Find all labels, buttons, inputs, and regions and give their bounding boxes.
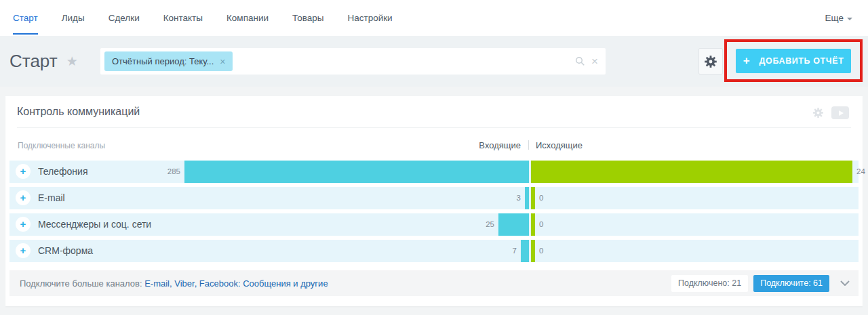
table-row-email[interactable]: + E-mail 3 0 [9,187,859,209]
outgoing-value: 24 [856,161,865,183]
outgoing-bar [531,187,535,209]
favorite-star-icon[interactable]: ★ [66,54,78,69]
highlight-annotation: + ДОБАВИТЬ ОТЧЁТ [724,39,863,82]
incoming-value: 3 [517,187,521,209]
search-icon[interactable] [575,56,585,66]
channel-label: Телефония [38,161,87,183]
incoming-value: 7 [513,240,517,262]
search-clear-icon[interactable]: × [591,56,598,67]
nav-tab-settings[interactable]: Настройки [347,0,392,36]
page-title: Старт [9,51,58,72]
connected-count-badge: Подключено: 21 [671,275,748,292]
column-header-incoming: Входящие [479,140,521,150]
filter-chip-label: Отчётный период: Теку... [112,56,214,66]
nav-tab-products[interactable]: Товары [292,0,323,36]
widget-header: Контроль коммуникаций [5,96,863,127]
outgoing-value: 0 [539,187,543,209]
nav-tab-deals[interactable]: Сделки [108,0,140,36]
connect-more-prefix: Подключите больше каналов: [20,278,144,289]
communications-widget: Контроль коммуникаций Подключенные канал… [5,96,863,306]
widget-footer: Подключите больше каналов: E-mail, Viber… [9,270,859,296]
filter-chip-remove-icon[interactable]: × [220,57,225,66]
search-icons: × [575,48,598,75]
table-row-telephony[interactable]: + Телефония 285 24 [9,161,859,183]
nav-more-label: Еще [825,13,844,23]
outgoing-value: 0 [539,213,543,236]
expand-plus-icon[interactable]: + [16,243,31,258]
collapse-footer-button[interactable] [840,280,850,286]
connect-count-button[interactable]: Подключите: 61 [753,275,829,292]
filter-settings-button[interactable] [698,48,723,75]
table-row-messengers[interactable]: + Мессенджеры и соц. сети 25 0 [9,213,859,236]
incoming-value: 285 [167,161,180,183]
plus-icon: + [743,54,750,68]
expand-plus-icon[interactable]: + [16,190,31,205]
nav-tab-leads[interactable]: Лиды [62,0,85,36]
chevron-down-icon [847,18,852,20]
column-header-divider [528,140,529,150]
connect-more-text: Подключите больше каналов: E-mail, Viber… [20,278,666,289]
help-video-play-icon[interactable] [831,106,849,119]
top-nav: Старт Лиды Сделки Контакты Компании Това… [0,0,868,36]
widget-title: Контроль коммуникаций [17,106,140,118]
nav-tab-contacts[interactable]: Контакты [163,0,203,36]
connect-channels-link[interactable]: E-mail, Viber, Facebook: Сообщения и дру… [144,278,328,289]
channel-label: CRM-форма [38,240,93,262]
expand-plus-icon[interactable]: + [16,217,31,232]
outgoing-bar [531,213,535,236]
expand-plus-icon[interactable]: + [16,164,31,179]
incoming-bar [498,213,529,236]
channel-label: E-mail [38,187,65,209]
widget-settings-gear-icon[interactable] [812,107,824,119]
outgoing-bar [531,240,535,262]
nav-tab-start[interactable]: Старт [13,0,38,36]
incoming-bar [184,161,529,183]
table-column-headers: Подключенные каналы Входящие Исходящие [9,128,859,161]
gear-icon [704,55,717,68]
add-report-label: ДОБАВИТЬ ОТЧЁТ [760,56,844,66]
page-title-wrap: Старт ★ [9,36,78,87]
incoming-bar [521,240,529,262]
filter-chip[interactable]: Отчётный период: Теку... × [104,51,233,71]
outgoing-bar [531,161,852,183]
incoming-value: 25 [486,213,494,236]
nav-tab-companies[interactable]: Компании [226,0,269,36]
table-row-crm-form[interactable]: + CRM-форма 7 0 [9,240,859,262]
column-header-outgoing: Исходящие [536,140,583,150]
chevron-down-icon [840,280,850,286]
widget-header-icons [812,106,849,119]
play-triangle [839,110,844,116]
add-report-button[interactable]: + ДОБАВИТЬ ОТЧЁТ [736,49,851,73]
title-bar: Старт ★ Отчётный период: Теку... × × [0,36,868,87]
incoming-bar [525,187,529,209]
page: { "nav": { "tabs": [ { "label": "Старт",… [0,0,868,315]
nav-more-menu[interactable]: Еще [825,13,852,23]
column-header-channels: Подключенные каналы [18,141,105,150]
outgoing-value: 0 [539,240,543,262]
channel-label: Мессенджеры и соц. сети [38,213,151,236]
filter-search-input[interactable]: Отчётный период: Теку... × × [100,48,606,75]
